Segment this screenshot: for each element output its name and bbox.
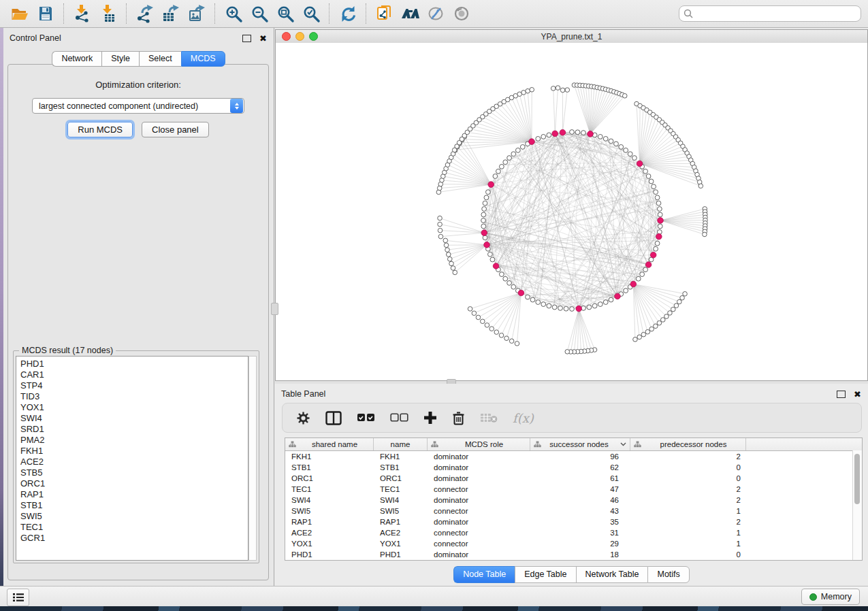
mcds-result-item[interactable]: RAP1 xyxy=(20,489,248,500)
network-node[interactable] xyxy=(547,303,551,308)
optimization-criterion-select[interactable]: largest connected component (undirected) xyxy=(32,98,244,114)
network-node[interactable] xyxy=(556,86,560,90)
mcds-result-item[interactable]: ACE2 xyxy=(20,457,248,467)
network-node[interactable] xyxy=(646,174,651,179)
network-node[interactable] xyxy=(636,276,641,281)
column-header-successor-nodes[interactable]: successor nodes xyxy=(530,438,630,450)
table-row[interactable]: RAP1RAP1dominator352 xyxy=(285,516,862,527)
table-cell[interactable]: 62 xyxy=(530,463,630,472)
network-node[interactable] xyxy=(637,335,642,340)
save-icon[interactable] xyxy=(33,2,59,25)
table-cell[interactable]: ACE2 xyxy=(285,529,374,537)
network-node[interactable] xyxy=(622,94,627,99)
network-node[interactable] xyxy=(530,87,534,92)
network-node[interactable] xyxy=(447,257,452,261)
network-node[interactable] xyxy=(547,133,551,137)
network-node[interactable] xyxy=(560,88,565,93)
network-node[interactable] xyxy=(674,303,679,308)
table-cell[interactable]: RAP1 xyxy=(285,518,374,526)
close-panel-button[interactable]: Close panel xyxy=(142,122,209,137)
network-node[interactable] xyxy=(438,228,443,233)
float-panel-icon[interactable] xyxy=(837,391,846,398)
network-node[interactable] xyxy=(654,246,658,251)
table-cell[interactable]: 0 xyxy=(630,463,746,472)
network-node[interactable] xyxy=(530,297,535,302)
network-node[interactable] xyxy=(609,139,613,144)
mcds-result-item[interactable]: TID3 xyxy=(20,391,248,402)
table-cell[interactable]: FKH1 xyxy=(285,452,374,461)
export-image-icon[interactable] xyxy=(184,2,210,25)
network-hub-node[interactable] xyxy=(588,131,594,137)
table-row[interactable]: SWI4SWI4dominator462 xyxy=(285,495,862,506)
table-cell[interactable]: dominator xyxy=(428,496,530,504)
network-node[interactable] xyxy=(614,142,619,146)
table-cell[interactable]: 2 xyxy=(630,485,746,493)
table-cell[interactable]: connector xyxy=(428,529,530,537)
network-node[interactable] xyxy=(656,201,661,205)
network-node[interactable] xyxy=(552,305,557,310)
network-node[interactable] xyxy=(624,148,628,152)
tab-network-table[interactable]: Network Table xyxy=(576,566,648,583)
network-node[interactable] xyxy=(581,131,586,135)
network-node[interactable] xyxy=(515,342,519,346)
network-node[interactable] xyxy=(592,303,597,308)
mcds-result-item[interactable]: SWI4 xyxy=(20,413,248,424)
network-node[interactable] xyxy=(496,169,501,174)
mcds-result-item[interactable]: STB1 xyxy=(20,500,248,511)
search-objects-icon[interactable] xyxy=(398,2,423,25)
network-node[interactable] xyxy=(511,152,516,156)
network-node[interactable] xyxy=(515,148,520,152)
tab-node-table[interactable]: Node Table xyxy=(453,566,515,583)
network-node[interactable] xyxy=(511,284,516,289)
network-node[interactable] xyxy=(643,267,648,272)
mcds-result-item[interactable]: GCR1 xyxy=(20,533,248,544)
network-node[interactable] xyxy=(493,174,498,179)
table-cell[interactable]: 1 xyxy=(630,529,746,537)
zoom-selected-icon[interactable] xyxy=(298,2,324,25)
network-node[interactable] xyxy=(536,300,541,305)
network-node[interactable] xyxy=(503,276,508,281)
network-canvas-svg[interactable] xyxy=(276,43,867,382)
import-table-icon[interactable] xyxy=(95,2,121,25)
zoom-in-icon[interactable] xyxy=(221,2,246,25)
network-node[interactable] xyxy=(703,232,707,237)
network-node[interactable] xyxy=(598,134,602,139)
network-node[interactable] xyxy=(654,190,658,195)
table-cell[interactable]: 31 xyxy=(530,529,630,537)
network-node[interactable] xyxy=(698,184,703,188)
network-node[interactable] xyxy=(640,272,645,277)
tab-edge-table[interactable]: Edge Table xyxy=(515,566,575,583)
table-scrollbar[interactable] xyxy=(852,450,862,560)
table-cell[interactable]: 1 xyxy=(630,507,746,515)
network-node[interactable] xyxy=(570,130,575,135)
network-hub-node[interactable] xyxy=(658,218,664,224)
network-node[interactable] xyxy=(565,88,570,93)
network-node[interactable] xyxy=(671,307,675,312)
network-node[interactable] xyxy=(565,350,570,354)
close-window-icon[interactable] xyxy=(282,32,291,41)
table-cell[interactable]: PHD1 xyxy=(285,550,374,559)
network-node[interactable] xyxy=(655,195,660,200)
mcds-result-item[interactable]: PMA2 xyxy=(20,435,248,446)
network-node[interactable] xyxy=(587,305,592,310)
open-in-web-icon[interactable] xyxy=(372,2,398,25)
network-node[interactable] xyxy=(541,134,546,139)
network-node[interactable] xyxy=(503,160,508,165)
table-cell[interactable]: ACE2 xyxy=(374,529,428,537)
column-header-shared-name[interactable]: shared name xyxy=(285,438,374,450)
table-cell[interactable]: dominator xyxy=(428,474,530,482)
network-hub-node[interactable] xyxy=(645,262,652,268)
table-cell[interactable]: ORC1 xyxy=(374,474,428,482)
table-cell[interactable]: STB1 xyxy=(374,463,428,472)
network-node[interactable] xyxy=(575,130,580,135)
table-cell[interactable]: YOX1 xyxy=(374,540,428,548)
network-hub-node[interactable] xyxy=(488,182,494,188)
add-icon[interactable] xyxy=(423,411,437,425)
table-cell[interactable]: 1 xyxy=(630,540,746,548)
table-cell[interactable]: dominator xyxy=(428,518,530,526)
table-cell[interactable]: 2 xyxy=(630,496,746,504)
network-node[interactable] xyxy=(598,302,602,307)
network-node[interactable] xyxy=(446,252,451,257)
select-all-icon[interactable] xyxy=(357,413,375,423)
search-input[interactable] xyxy=(679,5,861,22)
